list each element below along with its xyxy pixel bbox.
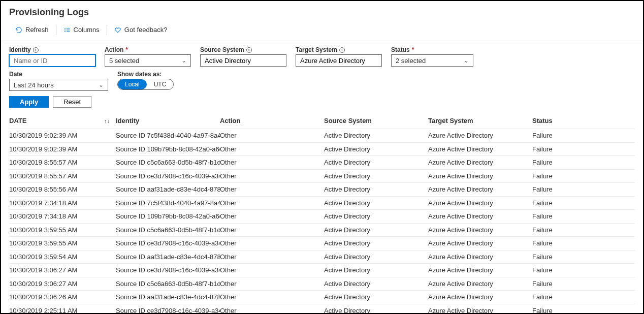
cell-date: 10/30/2019 8:55:57 AM [9, 172, 116, 180]
cell-date: 10/30/2019 3:59:55 AM [9, 239, 116, 247]
cell-action: Other [220, 199, 324, 207]
show-dates-as-label: Show dates as: [117, 71, 174, 78]
heart-icon [114, 26, 121, 34]
cell-action: Other [220, 239, 324, 247]
col-header-target[interactable]: Target System [428, 117, 532, 124]
chevron-down-icon: ⌄ [99, 81, 104, 88]
page-title: Provisioning Logs [1, 1, 643, 22]
toggle-local[interactable]: Local [118, 79, 147, 89]
cell-source: Active Directory [324, 185, 428, 193]
table-row[interactable]: 10/30/2019 3:06:27 AMSource ID c5c6a663-… [9, 277, 635, 291]
cell-status: Failure [532, 239, 635, 247]
table-row[interactable]: 10/30/2019 3:59:55 AMSource ID ce3d7908-… [9, 237, 635, 250]
cell-date: 10/30/2019 8:55:57 AM [9, 159, 116, 166]
filters-row2: Date Last 24 hours ⌄ Show dates as: Loca… [1, 67, 643, 91]
action-dropdown[interactable]: 5 selected ⌄ [105, 54, 191, 67]
cell-action: Other [220, 185, 324, 193]
cell-status: Failure [532, 172, 635, 180]
identity-input[interactable] [9, 54, 95, 67]
col-header-status[interactable]: Status [532, 117, 635, 124]
table-row[interactable]: 10/30/2019 3:59:55 AMSource ID c5c6a663-… [9, 224, 635, 237]
table-row[interactable]: 10/30/2019 9:02:39 AMSource ID 7c5f438d-… [9, 129, 635, 143]
table-row[interactable]: 10/30/2019 8:55:56 AMSource ID aaf31ade-… [9, 183, 635, 197]
cell-action: Other [220, 266, 324, 274]
date-filter-label: Date [9, 71, 108, 78]
status-filter-label: Status* [391, 46, 473, 53]
show-dates-as-toggle[interactable]: Local UTC [117, 79, 174, 90]
cell-identity: Source ID ce3d7908-c16c-4039-a346-b72 [116, 307, 220, 314]
table-body: 10/30/2019 9:02:39 AMSource ID 7c5f438d-… [9, 129, 635, 314]
cell-target: Azure Active Directory [428, 280, 532, 288]
columns-button[interactable]: Columns [57, 24, 106, 36]
table-row[interactable]: 10/30/2019 3:59:54 AMSource ID aaf31ade-… [9, 250, 635, 264]
date-dropdown[interactable]: Last 24 hours ⌄ [9, 79, 108, 91]
cell-source: Active Directory [324, 266, 428, 274]
cell-identity: Source ID ce3d7908-c16c-4039-a346-b72 [116, 266, 220, 274]
logs-table: DATE ↑↓ Identity Action Source System Ta… [1, 112, 643, 314]
cell-source: Active Directory [324, 172, 428, 180]
cell-target: Azure Active Directory [428, 226, 532, 234]
cell-source: Active Directory [324, 132, 428, 139]
cell-source: Active Directory [324, 145, 428, 153]
chevron-down-icon: ⌄ [181, 57, 186, 64]
cell-status: Failure [532, 132, 635, 139]
cell-identity: Source ID ce3d7908-c16c-4039-a346-b72 [116, 239, 220, 247]
info-icon: i [339, 47, 345, 53]
refresh-button[interactable]: Refresh [9, 24, 55, 36]
cell-target: Azure Active Directory [428, 172, 532, 180]
cell-source: Active Directory [324, 307, 428, 314]
feedback-label: Got feedback? [124, 26, 168, 34]
cell-identity: Source ID c5c6a663-0d5b-48f7-b1d7-ec4 [116, 226, 220, 234]
toolbar: Refresh Columns Got feedback? [1, 22, 643, 41]
col-header-source[interactable]: Source System [324, 117, 428, 124]
cell-date: 10/30/2019 3:59:55 AM [9, 226, 116, 234]
table-row[interactable]: 10/30/2019 2:25:11 AMSource ID ce3d7908-… [9, 304, 635, 315]
cell-action: Other [220, 132, 324, 139]
cell-status: Failure [532, 145, 635, 153]
cell-target: Azure Active Directory [428, 253, 532, 261]
cell-source: Active Directory [324, 226, 428, 234]
cell-identity: Source ID aaf31ade-c83e-4dc4-878c-da25 [116, 293, 220, 301]
cell-target: Azure Active Directory [428, 185, 532, 193]
cell-identity: Source ID 7c5f438d-4040-4a97-8a45-9d6 [116, 199, 220, 207]
table-row[interactable]: 10/30/2019 3:06:27 AMSource ID ce3d7908-… [9, 264, 635, 277]
cell-status: Failure [532, 159, 635, 166]
toggle-utc[interactable]: UTC [147, 79, 174, 89]
apply-button[interactable]: Apply [9, 96, 49, 108]
cell-action: Other [220, 159, 324, 166]
status-dropdown[interactable]: 2 selected ⌄ [391, 54, 473, 67]
cell-action: Other [220, 226, 324, 234]
cell-status: Failure [532, 212, 635, 220]
cell-identity: Source ID 109b79bb-8c08-42a0-a6d1-8fe [116, 145, 220, 153]
table-row[interactable]: 10/30/2019 8:55:57 AMSource ID c5c6a663-… [9, 156, 635, 170]
table-row[interactable]: 10/30/2019 8:55:57 AMSource ID ce3d7908-… [9, 170, 635, 183]
cell-status: Failure [532, 293, 635, 301]
columns-label: Columns [74, 26, 100, 34]
col-header-date[interactable]: DATE ↑↓ [9, 117, 116, 124]
cell-source: Active Directory [324, 293, 428, 301]
cell-target: Azure Active Directory [428, 212, 532, 220]
source-system-input[interactable] [200, 54, 286, 67]
cell-action: Other [220, 253, 324, 261]
cell-target: Azure Active Directory [428, 145, 532, 153]
feedback-button[interactable]: Got feedback? [108, 24, 174, 36]
cell-action: Other [220, 293, 324, 301]
reset-button[interactable]: Reset [53, 96, 91, 108]
table-row[interactable]: 10/30/2019 9:02:39 AMSource ID 109b79bb-… [9, 143, 635, 156]
cell-source: Active Directory [324, 280, 428, 288]
col-header-identity[interactable]: Identity [116, 117, 220, 124]
cell-date: 10/30/2019 8:55:56 AM [9, 185, 116, 193]
source-system-filter-label: Source System i [200, 46, 286, 53]
cell-date: 10/30/2019 7:34:18 AM [9, 199, 116, 207]
cell-date: 10/30/2019 3:59:54 AM [9, 253, 116, 261]
table-row[interactable]: 10/30/2019 3:06:26 AMSource ID aaf31ade-… [9, 291, 635, 304]
target-system-input[interactable] [296, 54, 382, 67]
cell-identity: Source ID aaf31ade-c83e-4dc4-878c-da25 [116, 185, 220, 193]
table-row[interactable]: 10/30/2019 7:34:18 AMSource ID 7c5f438d-… [9, 197, 635, 210]
cell-source: Active Directory [324, 159, 428, 166]
table-row[interactable]: 10/30/2019 7:34:18 AMSource ID 109b79bb-… [9, 210, 635, 224]
toolbar-separator [56, 25, 56, 35]
cell-action: Other [220, 172, 324, 180]
col-header-action[interactable]: Action [220, 117, 324, 124]
refresh-label: Refresh [25, 26, 49, 34]
